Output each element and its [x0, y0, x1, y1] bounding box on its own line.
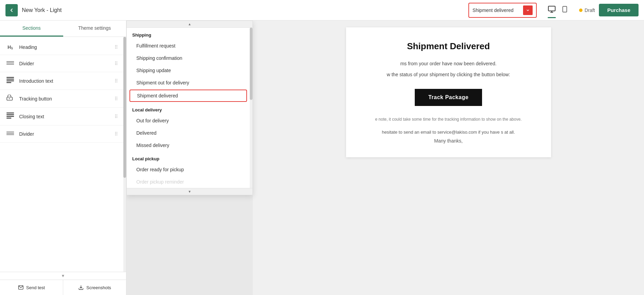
svg-rect-3: [563, 6, 567, 12]
sidebar: Sections Theme settings H₁ Heading ⠿ Div…: [0, 21, 126, 295]
selected-template-label: Shipment delivered: [472, 8, 520, 13]
dropdown-item-delivered[interactable]: Delivered: [127, 127, 250, 139]
main-layout: Sections Theme settings H₁ Heading ⠿ Div…: [0, 21, 644, 295]
svg-rect-15: [6, 114, 14, 115]
dropdown-item-shipping-update[interactable]: Shipping update: [127, 64, 250, 77]
screenshots-label: Screenshots: [86, 285, 111, 290]
closing-text-label: Closing text: [19, 114, 110, 119]
dropdown-scrollbar-thumb: [250, 28, 252, 100]
dropdown-scrollbar[interactable]: [250, 28, 252, 188]
header: New York - Light Shipment delivered Draf…: [0, 0, 644, 21]
divider-icon-1: [5, 60, 15, 67]
dropdown-item-missed-delivery[interactable]: Missed delivery: [127, 139, 250, 151]
dropdown-group-local-pickup: Local pickup: [127, 151, 250, 163]
dropdown-group-shipping: Shipping: [127, 28, 250, 40]
heading-icon: H₁: [5, 44, 15, 50]
drag-handle-heading[interactable]: ⠿: [114, 44, 118, 50]
svg-rect-17: [6, 118, 11, 119]
draft-badge: Draft: [579, 8, 595, 13]
sidebar-item-introduction-text[interactable]: Introduction text ⠿: [0, 72, 123, 90]
track-package-button[interactable]: Track Package: [415, 89, 482, 106]
divider-label-2: Divider: [19, 131, 110, 137]
dropdown-item-shipment-out-for-delivery[interactable]: Shipment out for delivery: [127, 77, 250, 89]
send-test-button[interactable]: Send test: [0, 280, 63, 295]
dropdown-item-placeholder[interactable]: Order pickup reminder: [127, 176, 250, 188]
template-dropdown-trigger[interactable]: Shipment delivered: [468, 3, 537, 18]
email-card: Shipment Delivered ms from your order ha…: [346, 27, 551, 157]
dropdown-arrow-button[interactable]: [523, 5, 533, 15]
sidebar-item-tracking-button[interactable]: Tracking button ⠿: [0, 90, 123, 108]
closing-text-icon: [5, 112, 15, 120]
svg-rect-8: [6, 77, 14, 78]
view-toggle-icons: [548, 5, 568, 15]
email-title: Shipment Delivered: [360, 41, 537, 52]
email-intro: ms from your order have now been deliver…: [360, 60, 537, 67]
theme-name: New York - Light: [22, 7, 62, 13]
sidebar-item-heading[interactable]: H₁ Heading ⠿: [0, 40, 123, 55]
intro-text-icon: [5, 77, 15, 85]
tab-sections[interactable]: Sections: [0, 21, 63, 37]
svg-rect-9: [6, 79, 14, 80]
tab-theme-settings[interactable]: Theme settings: [63, 21, 126, 37]
dropdown-scroll-down[interactable]: ▼: [127, 188, 252, 195]
drag-handle-closing-text[interactable]: ⠿: [114, 114, 118, 119]
draft-label: Draft: [585, 8, 595, 13]
drag-handle-intro-text[interactable]: ⠿: [114, 78, 118, 84]
dropdown-group-local-delivery: Local delivery: [127, 103, 250, 115]
sidebar-item-divider-1[interactable]: Divider ⠿: [0, 55, 123, 72]
email-contact: hesitate to send an email to service@lak…: [360, 130, 537, 135]
tracking-button-icon: [5, 95, 15, 103]
dropdown-item-shipping-confirmation[interactable]: Shipping confirmation: [127, 52, 250, 64]
draft-dot: [579, 9, 583, 12]
dropdown-item-order-ready-for-pickup[interactable]: Order ready for pickup: [127, 163, 250, 176]
sidebar-scrollbar-thumb: [123, 37, 126, 178]
drag-handle-tracking-button[interactable]: ⠿: [114, 96, 118, 102]
dropdown-item-shipment-delivered[interactable]: Shipment delivered: [129, 90, 247, 102]
sidebar-item-divider-2[interactable]: Divider ⠿: [0, 125, 123, 143]
svg-rect-10: [6, 80, 14, 81]
screenshots-button[interactable]: Screenshots: [63, 280, 126, 295]
sidebar-tabs: Sections Theme settings: [0, 21, 126, 37]
intro-text-label: Introduction text: [19, 78, 110, 84]
scroll-down-indicator: ▼: [0, 272, 126, 280]
send-test-label: Send test: [26, 285, 45, 290]
svg-rect-11: [6, 82, 11, 83]
content-area: ▲ Shipping Fulfillment request Shipping …: [126, 21, 644, 295]
sidebar-footer: Send test Screenshots: [0, 280, 126, 295]
divider-icon-2: [5, 130, 15, 137]
svg-rect-16: [6, 116, 14, 117]
heading-label: Heading: [19, 44, 110, 50]
desktop-view-icon[interactable]: [548, 5, 556, 15]
email-note: e note, it could take some time for the …: [360, 116, 537, 123]
sidebar-item-closing-text[interactable]: Closing text ⠿: [0, 108, 123, 125]
sidebar-scrollbar[interactable]: [123, 37, 126, 272]
drag-handle-divider-1[interactable]: ⠿: [114, 61, 118, 66]
tracking-button-label: Tracking button: [19, 96, 110, 102]
svg-rect-0: [548, 6, 555, 11]
template-dropdown[interactable]: ▲ Shipping Fulfillment request Shipping …: [126, 21, 253, 195]
svg-point-13: [9, 98, 10, 99]
dropdown-item-fulfillment-request[interactable]: Fulfillment request: [127, 40, 250, 52]
dropdown-list: Shipping Fulfillment request Shipping co…: [127, 28, 250, 188]
email-thanks: Many thanks,: [360, 138, 537, 144]
dropdown-item-out-for-delivery[interactable]: Out for delivery: [127, 115, 250, 127]
drag-handle-divider-2[interactable]: ⠿: [114, 131, 118, 137]
dropdown-scroll-up[interactable]: ▲: [127, 21, 252, 28]
svg-rect-14: [6, 112, 14, 113]
mobile-view-icon[interactable]: [561, 5, 568, 15]
email-preview: Shipment Delivered ms from your order ha…: [253, 21, 644, 295]
sidebar-item-list: H₁ Heading ⠿ Divider ⠿ Int: [0, 37, 123, 272]
back-button[interactable]: [5, 4, 18, 16]
email-track-text: w the status of your shipment by clickin…: [360, 71, 537, 78]
purchase-button[interactable]: Purchase: [599, 4, 639, 16]
divider-label-1: Divider: [19, 61, 110, 66]
